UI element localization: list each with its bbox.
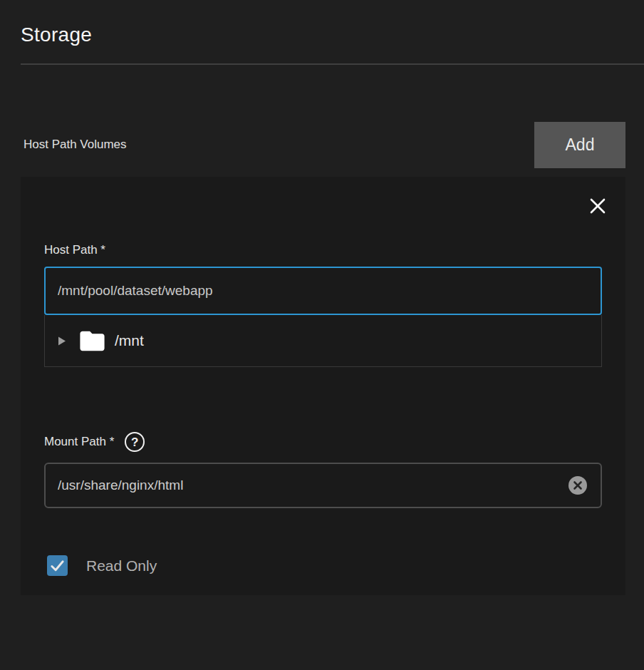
- remove-volume-button[interactable]: [586, 194, 610, 218]
- host-path-label: Host Path *: [44, 243, 105, 257]
- add-button-label: Add: [566, 135, 595, 155]
- directory-tree: /mnt: [44, 315, 602, 367]
- storage-page: Storage Host Path Volumes Add Host Path …: [0, 0, 644, 670]
- tree-item-mnt[interactable]: /mnt: [45, 315, 601, 366]
- mount-path-field: [44, 463, 602, 508]
- host-path-volumes-label: Host Path Volumes: [24, 138, 127, 152]
- tree-item-label: /mnt: [115, 332, 144, 349]
- folder-icon: [78, 326, 107, 356]
- add-volume-button[interactable]: Add: [534, 122, 625, 168]
- header-divider: [21, 63, 644, 65]
- mount-path-label: Mount Path *: [44, 435, 114, 449]
- host-path-input[interactable]: [44, 267, 602, 315]
- caret-right-icon[interactable]: [53, 332, 70, 349]
- read-only-row: Read Only: [47, 555, 157, 576]
- clear-mount-path-button[interactable]: [568, 475, 588, 495]
- help-glyph: ?: [131, 436, 138, 448]
- read-only-label: Read Only: [86, 557, 157, 574]
- checkmark-icon: [49, 557, 66, 574]
- mount-path-label-row: Mount Path * ?: [44, 432, 145, 452]
- close-icon: [587, 195, 608, 217]
- volume-entry-panel: Host Path * /mnt Mount Path *: [21, 177, 625, 595]
- page-title: Storage: [21, 24, 92, 46]
- help-icon[interactable]: ?: [125, 432, 145, 452]
- clear-circle-icon: [568, 475, 588, 495]
- read-only-checkbox[interactable]: [47, 555, 68, 576]
- mount-path-input[interactable]: [46, 464, 568, 507]
